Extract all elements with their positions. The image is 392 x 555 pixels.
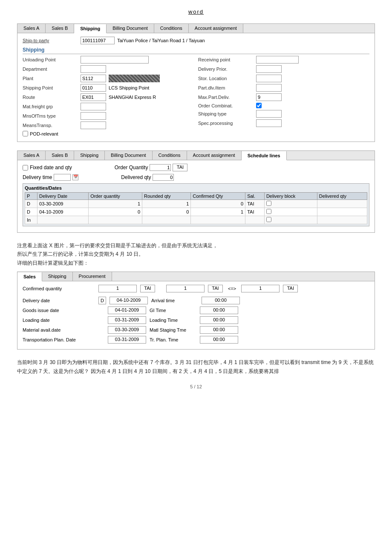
tab2-sales-a[interactable]: Sales A — [17, 151, 46, 160]
tab-shipping[interactable]: Shipping — [74, 24, 107, 33]
goods-issue-date-value: 04-01-2009 — [108, 306, 146, 314]
confirmed-qty-value2: 1 — [166, 285, 205, 292]
tr-plan-time-label: Tr. Plan. Time — [150, 337, 196, 342]
receiving-point-input[interactable] — [256, 56, 299, 64]
cell-sal — [245, 216, 265, 224]
matl-staging-value: 00:00 — [200, 326, 238, 334]
confirmed-qty-label: Confirmed quantity — [23, 286, 95, 291]
confirmed-qty-value3: 1 — [241, 285, 280, 292]
table-row: D 04-10-2009 0 0 1 TAI — [25, 208, 367, 216]
route-input[interactable] — [81, 93, 106, 101]
part-dlv-input[interactable] — [256, 84, 282, 92]
ship-to-party-label: Ship-to party — [23, 38, 78, 43]
route-desc: SHANGHAI Express R — [109, 95, 156, 100]
cell-rounded: 0 — [142, 208, 191, 216]
fixed-date-label: Fixed date and qty — [30, 165, 72, 171]
shipping-point-input[interactable] — [81, 84, 106, 92]
ship-to-party-row: Ship-to party TaiYuan Police / TaiYuan R… — [23, 37, 369, 44]
tab2-account[interactable]: Account assignment — [187, 151, 242, 160]
cell-sal: TAI — [245, 200, 265, 208]
material-avail-value: 03-30-2009 — [108, 326, 146, 334]
cell-p: D — [25, 208, 37, 216]
shipping-point-desc: LCS Shipping Point — [109, 85, 149, 90]
shipping-type-input[interactable] — [256, 110, 282, 118]
pod-relevant-row[interactable]: POD-relevant — [23, 131, 58, 136]
tab2-billing[interactable]: Billing Document — [105, 151, 153, 160]
tab2-shipping[interactable]: Shipping — [74, 151, 105, 160]
department-input[interactable] — [81, 65, 106, 73]
loading-time-label: Loading Time — [150, 318, 196, 323]
delivery-time-input[interactable] — [54, 174, 71, 181]
cell-delivered — [317, 200, 367, 208]
ship-to-party-id[interactable] — [81, 37, 115, 44]
cell-p: D — [25, 200, 37, 208]
cell-sal: TAI — [245, 208, 265, 216]
max-part-deliv-input[interactable] — [256, 93, 282, 101]
block-checkbox[interactable] — [266, 209, 271, 214]
shipping-type-label: Shipping type — [198, 111, 254, 116]
plant-input[interactable] — [81, 75, 106, 82]
block-checkbox[interactable] — [266, 201, 271, 206]
tab2-schedule[interactable]: Schedule lines — [242, 151, 287, 160]
col-sal: Sal. — [245, 193, 265, 200]
arrival-time-label: Arrival time — [151, 298, 198, 303]
cell-p: In — [25, 216, 37, 224]
delivery-date-value: 04-10-2009 — [110, 297, 148, 304]
mat-freight-input[interactable] — [81, 103, 106, 110]
table-row: In — [25, 216, 367, 224]
block-checkbox[interactable] — [266, 217, 271, 222]
text-block-1: 注意看上面这 X 图片，第一行的要求交货日期是手工输进去的，但是由于系统无法满足… — [17, 241, 375, 267]
gi-time-label: GI Time — [150, 308, 196, 313]
pod-relevant-checkbox[interactable] — [23, 131, 28, 136]
shipping-point-label: Shipping Point — [23, 85, 78, 90]
loading-date-label: Loading date — [23, 318, 95, 323]
confirmed-qty-unit1: TAI — [140, 285, 155, 292]
tab2-sales-b[interactable]: Sales B — [46, 151, 74, 160]
tab3-sales[interactable]: Sales — [17, 272, 42, 281]
cell-date: 04-10-2009 — [37, 208, 89, 216]
tab-sales-a[interactable]: Sales A — [17, 24, 46, 33]
delivered-qty-input[interactable] — [153, 174, 174, 181]
tab2-conditions[interactable]: Conditions — [153, 151, 187, 160]
mns-of-trns-input[interactable] — [81, 112, 106, 120]
tab3-procurement[interactable]: Procurement — [73, 272, 112, 281]
loading-time-value: 00:00 — [200, 316, 238, 324]
unloading-point-input[interactable] — [81, 56, 149, 64]
fixed-date-checkbox[interactable] — [23, 165, 28, 171]
mns-of-trns-label: MnsOfTrns type — [23, 113, 78, 119]
col-rounded: Rounded qty — [142, 193, 191, 200]
tab-sales-b[interactable]: Sales B — [46, 24, 74, 33]
stor-location-label: Stor. Location — [198, 76, 254, 81]
calendar-icon[interactable]: 📅 — [72, 174, 78, 180]
order-qty-label: Order Quantity — [115, 165, 148, 171]
panel-dates: Sales Shipping Procurement Confirmed qua… — [17, 272, 375, 350]
pod-relevant-label: POD-relevant — [30, 131, 58, 136]
tab-account[interactable]: Account assignment — [189, 24, 243, 33]
cell-block — [264, 216, 317, 224]
text-block-2: 当前时间 3 月 30 日即为为物料可用日期，因为系统中还有 7 个库存。3 月… — [17, 358, 375, 376]
means-transp-input[interactable] — [81, 121, 106, 129]
receiving-point-label: Receiving point — [198, 57, 254, 62]
delivery-prior-input[interactable] — [256, 65, 282, 73]
col-confirmed: Confirmed Qty — [191, 193, 245, 200]
tab-billing[interactable]: Billing Document — [107, 24, 154, 33]
tab-conditions[interactable]: Conditions — [154, 24, 189, 33]
department-label: Department — [23, 66, 78, 72]
delivery-prior-label: Delivery Prior. — [198, 66, 254, 72]
order-combinat-checkbox[interactable] — [256, 103, 262, 108]
schedule-table: P Delivery Date Order quantity Rounded q… — [25, 192, 367, 224]
spec-processing-input[interactable] — [256, 119, 282, 127]
cell-delivered — [317, 208, 367, 216]
means-transp-label: MeansTransp. — [23, 123, 78, 128]
tab3-shipping[interactable]: Shipping — [42, 272, 73, 281]
plant-label: Plant — [23, 76, 78, 81]
stor-location-input[interactable] — [256, 75, 282, 82]
route-label: Route — [23, 95, 78, 100]
goods-issue-date-label: Goods issue date — [23, 308, 95, 313]
page-footer: 5 / 12 — [17, 384, 375, 389]
part-dlv-label: Part.dlv./item — [198, 85, 254, 90]
quantities-dates-section: Quantities/Dates P Delivery Date Order q… — [23, 183, 369, 226]
page-title: word — [17, 9, 375, 15]
order-qty-input[interactable] — [150, 164, 171, 171]
transport-plan-value: 03-31-2009 — [108, 336, 146, 344]
